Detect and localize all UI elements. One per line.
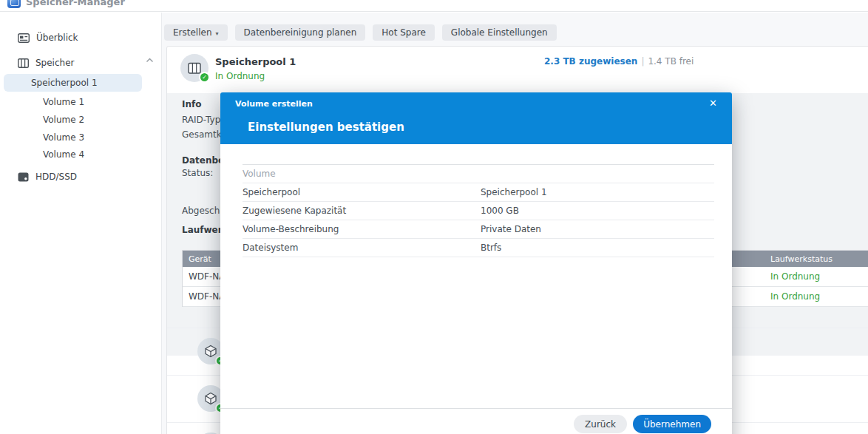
sidebar-item-label: Speicher	[35, 58, 74, 68]
overview-icon	[18, 33, 30, 43]
summary-row: Zugewiesene Kapazität 1000 GB	[243, 202, 714, 220]
free-space-text: 1.4 TB frei	[648, 56, 694, 67]
sidebar: Überblick Speicher Speicherpool 1 Volume…	[0, 13, 162, 434]
hot-spare-label: Hot Spare	[382, 27, 426, 38]
device-name: WDF-NA	[183, 291, 226, 302]
sidebar-item-hdd-ssd[interactable]: HDD/SSD	[18, 171, 77, 183]
create-volume-dialog: Volume erstellen ✕ Einstellungen bestäti…	[220, 92, 732, 434]
allocated-link[interactable]: 2.3 TB zugewiesen	[544, 56, 637, 67]
storage-icon	[18, 58, 29, 68]
summary-section-header: Volume	[243, 169, 276, 179]
healthy-check-badge-icon: ✓	[199, 72, 210, 83]
schedule-scrubbing-button[interactable]: Datenbereinigung planen	[235, 24, 366, 41]
dialog-step-heading: Einstellungen bestätigen	[248, 121, 404, 134]
storage-manager-app-icon	[7, 0, 21, 8]
summary-label: Zugewiesene Kapazität	[243, 206, 346, 216]
global-settings-label: Globale Einstellungen	[451, 27, 548, 38]
sidebar-item-label: HDD/SSD	[35, 172, 77, 182]
usage-separator: |	[641, 56, 644, 67]
storage-pool-icon: ✓	[180, 54, 208, 82]
apply-button[interactable]: Übernehmen	[633, 415, 711, 433]
sidebar-item-storage[interactable]: Speicher	[18, 57, 74, 69]
summary-value: 1000 GB	[481, 206, 519, 216]
global-settings-button[interactable]: Globale Einstellungen	[442, 24, 557, 41]
hot-spare-button[interactable]: Hot Spare	[373, 24, 435, 41]
toolbar: Erstellen ▾ Datenbereinigung planen Hot …	[164, 24, 557, 41]
summary-label: Dateisystem	[243, 243, 298, 253]
dialog-title: Volume erstellen	[235, 99, 313, 109]
summary-value: Btrfs	[481, 243, 501, 253]
app-header: Speicher-Manager	[0, 0, 868, 12]
dropdown-caret-icon: ▾	[216, 30, 219, 37]
sidebar-item-volume-4[interactable]: Volume 4	[43, 149, 84, 160]
settings-summary-table: Volume Speicherpool Speicherpool 1 Zugew…	[243, 164, 714, 257]
back-button[interactable]: Zurück	[574, 415, 627, 433]
device-name: WDF-NA	[183, 271, 226, 282]
summary-row: Speicherpool Speicherpool 1	[243, 183, 714, 202]
schedule-scrubbing-label: Datenbereinigung planen	[244, 27, 357, 38]
app-title: Speicher-Manager	[26, 0, 125, 7]
summary-row: Volume-Beschreibung Private Daten	[243, 220, 714, 239]
cube-volume-icon	[204, 345, 217, 358]
dialog-footer: Zurück Übernehmen	[220, 408, 732, 434]
sidebar-item-label: Überblick	[36, 33, 78, 43]
drive-status: In Ordnung	[770, 291, 820, 302]
chevron-up-icon[interactable]	[146, 58, 154, 63]
device-column-header: Gerät	[183, 254, 211, 264]
summary-label: Speicherpool	[243, 187, 300, 197]
drive-status-column-header: Laufwerkstatus	[770, 254, 833, 264]
summary-label: Volume-Beschreibung	[243, 224, 339, 234]
pool-usage: 2.3 TB zugewiesen|1.4 TB frei	[544, 56, 694, 67]
create-button[interactable]: Erstellen ▾	[164, 24, 228, 41]
summary-value: Private Daten	[481, 224, 541, 234]
summary-value: Speicherpool 1	[481, 187, 547, 197]
info-section-title: Info	[182, 99, 201, 109]
summary-section-row: Volume	[243, 165, 714, 183]
sidebar-item-speicherpool-1[interactable]: Speicherpool 1	[4, 74, 142, 92]
raid-type-label: RAID-Typ:	[182, 115, 223, 125]
sidebar-item-volume-3[interactable]: Volume 3	[43, 132, 84, 143]
sidebar-item-volume-1[interactable]: Volume 1	[43, 96, 84, 108]
drive-status: In Ordnung	[770, 271, 820, 282]
scrubbing-status-label: Status:	[182, 168, 213, 178]
pool-status-text: In Ordnung	[215, 71, 265, 81]
dialog-header: Volume erstellen ✕ Einstellungen bestäti…	[220, 92, 732, 144]
close-icon[interactable]: ✕	[709, 98, 717, 109]
create-button-label: Erstellen	[173, 27, 212, 38]
sidebar-item-overview[interactable]: Überblick	[18, 32, 78, 44]
summary-row: Dateisystem Btrfs	[243, 239, 714, 257]
sidebar-item-volume-2[interactable]: Volume 2	[43, 114, 84, 126]
pool-name[interactable]: Speicherpool 1	[215, 56, 296, 67]
cube-volume-icon	[204, 392, 217, 405]
hdd-icon	[18, 172, 29, 182]
